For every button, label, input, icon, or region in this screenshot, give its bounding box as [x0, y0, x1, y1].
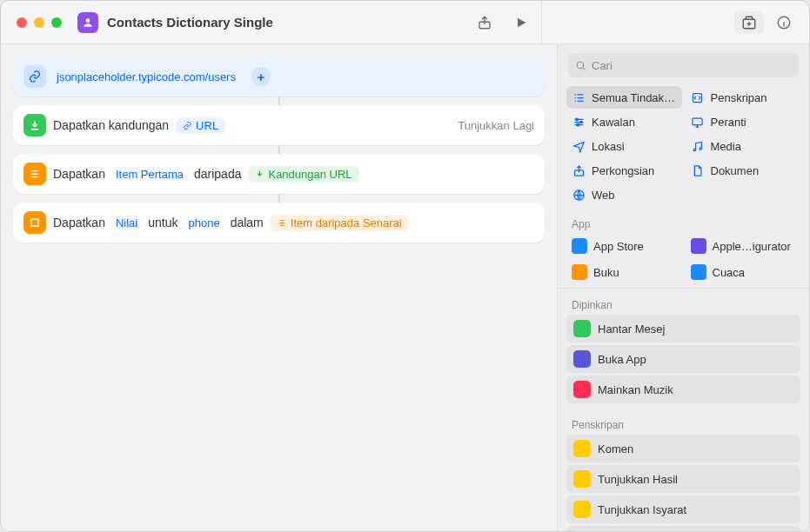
app-label: App Store — [593, 240, 644, 253]
titlebar: Contacts Dictionary Single — [1, 1, 809, 44]
add-url-button[interactable]: + — [251, 67, 271, 86]
show-more-button[interactable]: Tunjukkan Lagi — [458, 119, 534, 132]
share-icon — [572, 163, 586, 177]
source-variable[interactable]: Kandungan URL — [248, 166, 358, 183]
action-item[interactable]: Mainkan Muzik — [566, 376, 800, 403]
action-item[interactable]: Komen — [566, 435, 800, 462]
apps-section-label: App — [558, 211, 809, 234]
connector — [278, 96, 280, 105]
action-icon — [573, 350, 591, 368]
category-item[interactable]: Perkongsian — [566, 159, 682, 182]
action-icon — [573, 440, 591, 457]
action-item[interactable]: Tunjukkan Isyarat — [566, 495, 800, 523]
workflow-editor[interactable]: jsonplaceholder.typicode.com/users + Dap… — [1, 44, 557, 531]
svg-point-0 — [86, 18, 90, 23]
location-icon — [572, 139, 586, 153]
action-item[interactable]: Hantar Mesej — [566, 315, 800, 342]
action-label: Hantar Mesej — [598, 323, 665, 336]
category-item[interactable]: Web — [566, 183, 682, 206]
window-title: Contacts Dictionary Single — [107, 15, 475, 30]
app-item[interactable]: Cuaca — [686, 260, 801, 284]
minimize-window-button[interactable] — [34, 17, 44, 28]
list-icon — [572, 90, 586, 104]
search-placeholder: Cari — [592, 59, 613, 72]
svg-point-12 — [700, 147, 702, 150]
action-label: Tunjukkan Isyarat — [598, 503, 686, 516]
category-item[interactable]: Peranti — [686, 110, 801, 133]
app-item[interactable]: Apple…igurator — [686, 234, 801, 258]
action-icon — [573, 501, 591, 518]
dictionary-icon — [23, 211, 46, 234]
link-icon — [23, 65, 46, 88]
action-prefix: Dapatkan — [53, 167, 105, 181]
window: Contacts Dictionary Single — [0, 0, 810, 532]
app-list: App StoreApple…iguratorBukuCuaca — [558, 234, 809, 284]
download-icon — [23, 114, 46, 136]
category-item[interactable]: Lokasi — [566, 135, 682, 157]
app-item[interactable]: App Store — [566, 234, 682, 258]
category-label: Peranti — [711, 116, 746, 129]
scripting-list: KomenTunjukkan HasilTunjukkan IsyaratMin… — [558, 435, 809, 531]
list-icon — [23, 163, 46, 185]
pinned-list: Hantar MesejBuka AppMainkan Muzik — [558, 315, 809, 412]
value-selector[interactable]: Nilai — [112, 215, 141, 231]
category-label: Semua Tindak… — [592, 91, 675, 104]
category-grid: Semua Tindak…PenskripanKawalanPerantiLok… — [558, 86, 809, 211]
category-label: Penskripan — [711, 91, 767, 104]
url-value[interactable]: jsonplaceholder.typicode.com/users — [53, 69, 239, 85]
svg-point-7 — [575, 118, 578, 121]
search-field[interactable]: Cari — [568, 53, 799, 77]
svg-point-11 — [693, 149, 696, 151]
get-item-action-card[interactable]: Dapatkan Item Pertama daripada Kandungan… — [13, 154, 545, 194]
action-item[interactable]: Buka App — [566, 345, 800, 373]
doc-icon — [691, 163, 705, 177]
window-lights — [17, 17, 62, 28]
library-sidebar: Cari Semua Tindak…PenskripanKawalanPeran… — [557, 44, 809, 531]
run-button[interactable] — [512, 13, 531, 32]
app-item[interactable]: Buku — [566, 260, 682, 284]
category-item[interactable]: Penskripan — [686, 86, 801, 109]
scripting-section-label: Penskripan — [558, 412, 809, 435]
zoom-window-button[interactable] — [51, 17, 62, 28]
action-mid: daripada — [194, 167, 242, 181]
category-label: Lokasi — [592, 140, 625, 153]
get-contents-action-card[interactable]: Dapatkan kandungan URL Tunjukkan Lagi — [13, 105, 545, 145]
svg-point-9 — [577, 123, 579, 126]
action-item[interactable]: Tunjukkan Hasil — [566, 465, 800, 493]
svg-rect-4 — [31, 219, 38, 226]
app-icon — [691, 264, 706, 280]
script-icon — [691, 90, 705, 104]
category-item[interactable]: Dokumen — [686, 159, 801, 182]
action-for: untuk — [148, 216, 177, 229]
url-action-card[interactable]: jsonplaceholder.typicode.com/users + — [13, 57, 545, 96]
app-icon — [572, 238, 587, 254]
url-variable-token[interactable]: URL — [176, 117, 225, 134]
toolbar-right-panel — [541, 1, 793, 43]
info-button[interactable] — [774, 13, 793, 32]
category-item[interactable]: Media — [686, 135, 801, 157]
action-item[interactable]: Minta Input — [566, 526, 800, 531]
share-button[interactable] — [475, 13, 494, 32]
app-label: Buku — [593, 266, 619, 279]
connector — [278, 145, 280, 154]
sliders-icon — [572, 115, 586, 129]
svg-point-8 — [579, 121, 582, 123]
connector — [278, 194, 280, 203]
action-in: dalam — [231, 216, 264, 229]
app-icon — [572, 264, 587, 280]
get-value-action-card[interactable]: Dapatkan Nilai untuk phone dalam Item da… — [13, 203, 545, 243]
svg-point-5 — [577, 62, 584, 69]
item-selector[interactable]: Item Pertama — [112, 166, 187, 183]
svg-rect-10 — [693, 118, 702, 125]
action-label: Buka App — [598, 353, 646, 366]
category-item[interactable]: Kawalan — [566, 110, 682, 133]
category-item[interactable]: Semua Tindak… — [566, 86, 682, 109]
source-variable[interactable]: Item daripada Senarai — [271, 215, 409, 231]
library-button[interactable] — [734, 11, 764, 34]
close-window-button[interactable] — [17, 17, 27, 28]
category-label: Dokumen — [711, 164, 760, 177]
action-label: Komen — [598, 442, 633, 456]
key-field[interactable]: phone — [184, 215, 223, 231]
action-icon — [573, 320, 591, 337]
toolbar-right — [475, 13, 531, 32]
